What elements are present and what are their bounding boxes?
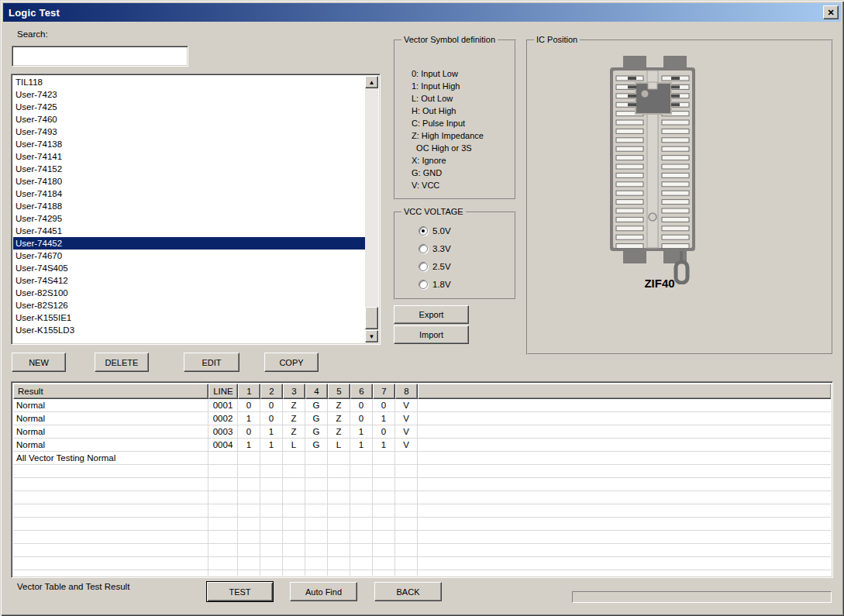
edit-button[interactable]: EDIT bbox=[184, 353, 239, 372]
list-item[interactable]: User-74S405 bbox=[13, 262, 365, 274]
pin-cell bbox=[395, 518, 418, 530]
list-item[interactable]: User-74141 bbox=[13, 150, 365, 163]
pin-cell bbox=[395, 557, 418, 570]
search-input[interactable] bbox=[12, 46, 188, 67]
import-button[interactable]: Import bbox=[394, 325, 469, 344]
pin-cell bbox=[395, 465, 418, 477]
vector-table-header-result[interactable]: Result bbox=[13, 384, 208, 399]
list-item[interactable]: User-K155LD3 bbox=[13, 324, 365, 336]
filler-cell bbox=[418, 518, 831, 530]
pin-cell bbox=[305, 465, 328, 477]
vector-table-header-pin-4[interactable]: 4 bbox=[305, 384, 328, 399]
table-empty-row[interactable] bbox=[13, 518, 831, 531]
close-button[interactable]: ✕ bbox=[823, 5, 839, 19]
list-item[interactable]: User-7425 bbox=[13, 101, 365, 113]
table-summary-row[interactable]: All Vector Testing Normal bbox=[13, 452, 831, 465]
table-empty-row[interactable] bbox=[13, 491, 831, 504]
pin-cell bbox=[373, 531, 395, 543]
list-item[interactable]: User-74180 bbox=[13, 175, 365, 188]
vector-table-header-pin-3[interactable]: 3 bbox=[283, 384, 305, 399]
vector-table-header-pin-2[interactable]: 2 bbox=[260, 384, 283, 399]
pin-cell: 1 bbox=[373, 439, 395, 451]
list-item[interactable]: User-74188 bbox=[13, 200, 365, 212]
vector-table-header-pin-8[interactable]: 8 bbox=[395, 384, 418, 399]
auto-find-button[interactable]: Auto Find bbox=[290, 582, 357, 601]
scrollbar-thumb[interactable] bbox=[365, 307, 378, 329]
table-row[interactable]: Normal000100ZGZ00V bbox=[13, 399, 831, 412]
test-button[interactable]: TEST bbox=[206, 581, 274, 602]
copy-button[interactable]: COPY bbox=[264, 353, 319, 372]
scroll-down-icon: ▼ bbox=[369, 333, 375, 340]
delete-button[interactable]: DELETE bbox=[95, 353, 149, 372]
vector-table-header-pin-5[interactable]: 5 bbox=[328, 384, 350, 399]
vcc-option-1.8V[interactable]: 1.8V bbox=[419, 279, 451, 290]
filler-cell bbox=[418, 412, 831, 425]
list-item[interactable]: User-74451 bbox=[13, 225, 365, 237]
vector-symbol-line: L: Out Low bbox=[412, 92, 484, 105]
pin-cell bbox=[395, 491, 418, 504]
vector-symbol-line: G: GND bbox=[412, 167, 484, 179]
vcc-option-5.0V[interactable]: 5.0V bbox=[419, 225, 451, 236]
list-item[interactable]: User-74452 bbox=[13, 237, 365, 249]
vcc-option-label: 1.8V bbox=[432, 280, 451, 289]
line-cell: 0001 bbox=[208, 399, 238, 411]
table-row[interactable]: Normal000210ZGZ01V bbox=[13, 412, 831, 425]
table-empty-row[interactable] bbox=[13, 570, 831, 576]
result-cell bbox=[13, 518, 208, 530]
table-empty-row[interactable] bbox=[13, 557, 831, 570]
pin-cell: Z bbox=[328, 412, 350, 425]
list-scrollbar[interactable]: ▲ ▼ bbox=[365, 76, 378, 342]
export-button[interactable]: Export bbox=[394, 305, 469, 324]
radio-icon[interactable] bbox=[419, 226, 428, 236]
pin-cell bbox=[328, 465, 350, 477]
radio-icon[interactable] bbox=[419, 280, 428, 289]
pin-cell bbox=[283, 478, 305, 490]
list-item[interactable]: User-74138 bbox=[13, 138, 365, 150]
result-cell bbox=[13, 531, 208, 543]
list-item[interactable]: User-74S412 bbox=[13, 274, 365, 287]
pin-cell bbox=[283, 570, 305, 576]
vector-table-header-pin-7[interactable]: 7 bbox=[373, 384, 395, 399]
vector-table-header-pin-6[interactable]: 6 bbox=[350, 384, 373, 399]
radio-icon[interactable] bbox=[419, 262, 428, 271]
table-empty-row[interactable] bbox=[13, 544, 831, 557]
titlebar[interactable]: Logic Test ✕ bbox=[3, 3, 841, 22]
new-button[interactable]: NEW bbox=[12, 353, 66, 372]
result-cell: Normal bbox=[13, 412, 208, 425]
table-row[interactable]: Normal000411LGL11V bbox=[13, 439, 831, 452]
pin-cell bbox=[238, 478, 260, 490]
vcc-option-2.5V[interactable]: 2.5V bbox=[419, 261, 451, 272]
table-row[interactable]: Normal000301ZGZ10V bbox=[13, 425, 831, 439]
list-item[interactable]: User-74152 bbox=[13, 163, 365, 175]
list-item[interactable]: User-74295 bbox=[13, 212, 365, 225]
list-item[interactable]: User-K155IE1 bbox=[13, 311, 365, 324]
list-item[interactable]: User-74670 bbox=[13, 249, 365, 262]
table-empty-row[interactable] bbox=[13, 465, 831, 478]
pin-cell bbox=[238, 465, 260, 477]
pin-cell: G bbox=[305, 439, 328, 451]
table-empty-row[interactable] bbox=[13, 531, 831, 544]
table-empty-row[interactable] bbox=[13, 504, 831, 518]
vector-table-header-line[interactable]: LINE bbox=[208, 384, 238, 399]
list-item[interactable]: User-7460 bbox=[13, 113, 365, 126]
back-button[interactable]: BACK bbox=[374, 582, 442, 601]
list-item[interactable]: User-82S126 bbox=[13, 299, 365, 311]
table-empty-row[interactable] bbox=[13, 478, 831, 491]
list-item[interactable]: User-74184 bbox=[13, 188, 365, 200]
scroll-up-button[interactable]: ▲ bbox=[365, 76, 378, 88]
pin-cell bbox=[238, 570, 260, 576]
vector-table[interactable]: ResultLINE12345678Normal000100ZGZ00VNorm… bbox=[11, 381, 833, 578]
scroll-down-button[interactable]: ▼ bbox=[365, 330, 378, 342]
list-item[interactable]: TIL118 bbox=[13, 76, 365, 88]
list-item[interactable]: User-82S100 bbox=[13, 287, 365, 299]
vector-table-header-pin-1[interactable]: 1 bbox=[238, 384, 260, 399]
device-listbox[interactable]: TIL118User-7423User-7425User-7460User-74… bbox=[11, 74, 381, 345]
list-item[interactable]: User-7423 bbox=[13, 88, 365, 101]
list-item[interactable]: User-7493 bbox=[13, 126, 365, 138]
pin-cell: Z bbox=[283, 425, 305, 438]
line-cell bbox=[208, 504, 238, 517]
result-cell bbox=[13, 544, 208, 556]
vcc-option-3.3V[interactable]: 3.3V bbox=[419, 243, 451, 254]
radio-icon[interactable] bbox=[419, 244, 428, 253]
result-cell bbox=[13, 570, 208, 576]
